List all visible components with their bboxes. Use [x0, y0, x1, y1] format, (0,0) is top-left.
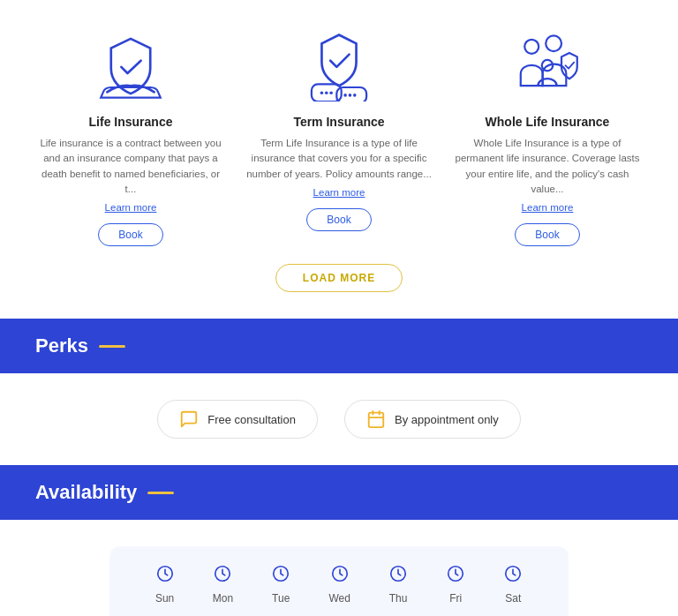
svg-point-5: [343, 94, 347, 97]
term-insurance-learn-more[interactable]: Learn more: [313, 187, 365, 198]
day-col-sat: Sat: [503, 564, 523, 605]
day-col-mon: Mon: [213, 564, 233, 605]
svg-point-8: [524, 40, 539, 54]
perks-section-header: Perks: [0, 319, 678, 373]
whole-life-insurance-icon: [503, 26, 591, 106]
term-insurance-icon: [295, 26, 383, 106]
perks-title-line: [99, 345, 125, 348]
availability-content: Sun Mon Tu: [0, 520, 678, 616]
chat-icon: [179, 409, 199, 429]
availability-title: Availability: [35, 481, 137, 504]
day-col-thu: Thu: [388, 564, 408, 605]
whole-life-insurance-book-button[interactable]: Book: [515, 223, 579, 246]
svg-point-3: [325, 91, 328, 94]
day-col-sun: Sun: [155, 564, 175, 605]
sat-clock-icon: [503, 564, 523, 587]
svg-point-6: [349, 94, 352, 97]
perks-content: Free consultation By appointment only: [0, 373, 678, 465]
fri-label: Fri: [449, 592, 462, 605]
term-insurance-title: Term Insurance: [293, 115, 384, 129]
perks-header: Perks: [35, 334, 643, 357]
days-row: Sun Mon Tu: [136, 564, 542, 605]
life-insurance-desc: Life insurance is a contract between you…: [35, 136, 226, 197]
day-col-fri: Fri: [446, 564, 465, 605]
life-insurance-icon: [87, 26, 175, 106]
life-insurance-title: Life Insurance: [89, 115, 173, 129]
sun-clock-icon: [155, 564, 175, 587]
term-insurance-desc: Term Life Insurance is a type of life in…: [244, 136, 434, 182]
whole-life-insurance-desc: Whole Life Insurance is a type of perman…: [452, 136, 643, 197]
load-more-wrapper: LOAD MORE: [35, 246, 643, 301]
services-section: Life Insurance Life insurance is a contr…: [0, 0, 678, 319]
free-consultation-label: Free consultation: [207, 413, 296, 426]
service-card-life: Life Insurance Life insurance is a contr…: [35, 26, 226, 246]
tue-clock-icon: [271, 564, 290, 587]
day-col-tue: Tue: [271, 564, 290, 605]
sun-label: Sun: [155, 592, 174, 605]
whole-life-insurance-learn-more[interactable]: Learn more: [522, 202, 574, 213]
whole-life-insurance-title: Whole Life Insurance: [486, 115, 610, 129]
svg-point-2: [320, 91, 324, 94]
tue-label: Tue: [272, 592, 290, 605]
service-card-term: Term Insurance Term Life Insurance is a …: [244, 26, 434, 246]
sat-label: Sat: [505, 592, 521, 605]
fri-clock-icon: [446, 564, 465, 587]
life-insurance-learn-more[interactable]: Learn more: [105, 202, 157, 213]
wed-clock-icon: [330, 564, 350, 587]
mon-clock-icon: [213, 564, 232, 587]
availability-card: Sun Mon Tu: [109, 546, 569, 616]
availability-title-line: [147, 492, 174, 494]
service-card-whole: Whole Life Insurance Whole Life Insuranc…: [452, 26, 643, 246]
load-more-button[interactable]: LOAD MORE: [275, 264, 403, 292]
availability-header: Availability: [35, 481, 643, 504]
mon-label: Mon: [213, 592, 233, 605]
wed-label: Wed: [328, 592, 350, 605]
thu-label: Thu: [389, 592, 408, 605]
perks-title: Perks: [35, 334, 88, 357]
day-col-wed: Wed: [328, 564, 350, 605]
term-insurance-book-button[interactable]: Book: [306, 208, 371, 231]
svg-point-4: [329, 91, 333, 94]
svg-point-7: [353, 94, 357, 97]
svg-point-9: [546, 35, 561, 51]
availability-section-header: Availability: [0, 465, 678, 520]
svg-rect-11: [369, 413, 384, 428]
by-appointment-label: By appointment only: [395, 413, 499, 426]
services-grid: Life Insurance Life insurance is a contr…: [35, 26, 643, 246]
thu-clock-icon: [388, 564, 408, 587]
perk-free-consultation: Free consultation: [157, 400, 318, 439]
perk-by-appointment: By appointment only: [344, 400, 521, 439]
calendar-icon: [366, 409, 386, 429]
life-insurance-book-button[interactable]: Book: [98, 223, 162, 246]
